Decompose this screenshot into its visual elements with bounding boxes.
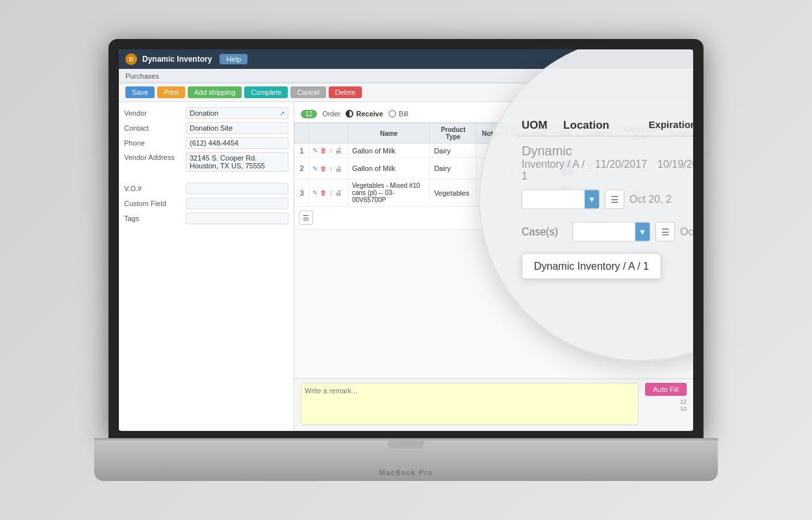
tags-label: Tags — [124, 214, 186, 222]
delete-row-icon[interactable]: 🗑 — [320, 164, 327, 173]
sub-nav: Purchases — [119, 69, 693, 83]
delete-row-icon[interactable]: 🗑 — [320, 146, 327, 155]
col-header-actions — [309, 124, 348, 144]
tab-bill[interactable]: Bill — [388, 110, 409, 118]
add-row-icon[interactable]: ☰ — [299, 211, 313, 225]
vendor-row: Vendor Donation ↗ — [124, 107, 288, 119]
table-row: 2 ✎ 🗑 ↕ 🖨 — [295, 158, 693, 179]
custom-field-row: Custom Field — [124, 198, 288, 209]
col-header-recv: Recei — [665, 124, 693, 144]
tab-receive[interactable]: Receive — [346, 110, 383, 118]
address-row: Vendor Address 32145 S. Cooper Rd. Houst… — [124, 152, 288, 172]
row-recv — [665, 144, 693, 158]
row-notes — [477, 144, 506, 158]
external-link-icon: ↗ — [279, 110, 285, 117]
row-expdate: Oct 20, 2 — [616, 179, 665, 207]
receive-tab-label: Receive — [356, 110, 383, 118]
row-num: 1 — [295, 144, 309, 158]
complete-button[interactable]: Complete — [244, 86, 288, 98]
contact-value: Donation Site — [190, 124, 233, 132]
print-button[interactable]: Print — [157, 86, 185, 98]
row-name: Vegetables - Mixed #10 cans (pl) -- 03-0… — [348, 179, 430, 207]
row-notes — [477, 158, 506, 179]
tags-row: Tags — [124, 213, 288, 224]
remark-textarea[interactable] — [301, 383, 639, 425]
row-product-type: Dairy — [430, 144, 477, 158]
col-header-notes: Notes — [477, 124, 506, 144]
tags-input[interactable] — [186, 213, 288, 224]
print-row-icon[interactable]: 🖨 — [335, 164, 342, 173]
address-line1: 32145 S. Cooper Rd. — [190, 154, 285, 162]
edit-icon[interactable]: ✎ — [312, 146, 318, 155]
row-product-type: Dairy — [430, 158, 477, 179]
col-header-locations: Location(s) — [505, 124, 552, 144]
print-row-icon[interactable]: 🖨 — [335, 146, 342, 155]
save-button[interactable]: Save — [125, 86, 155, 98]
order-badge: 12 — [301, 110, 317, 118]
laptop-brand-label: MacBook Pro — [379, 469, 433, 476]
phone-value: (612) 448-4454 — [190, 139, 238, 147]
row-num: 3 — [295, 179, 309, 207]
row-recv — [665, 179, 693, 207]
col-header-uom: UOM — [552, 124, 577, 144]
help-button[interactable]: Help — [220, 54, 247, 64]
row-num: 2 — [295, 158, 309, 179]
edit-icon[interactable]: ✎ — [312, 164, 318, 173]
row-expdate: Oct 20, 2 — [616, 158, 665, 179]
lines-button[interactable]: ☰ — [582, 186, 598, 200]
inventory-table: Name Product Type Notes Location(s) UOM … — [294, 123, 693, 229]
row-uom: ▼ — [552, 158, 577, 179]
delete-row-icon[interactable]: 🗑 — [320, 188, 327, 197]
app-name: Dynamic Inventory — [142, 55, 212, 64]
vendor-label: Vendor — [124, 109, 186, 117]
arrows-icon[interactable]: ↕ — [329, 146, 333, 155]
row-name: Gallon of Milk — [348, 158, 430, 179]
side-number-2: 10 — [680, 406, 687, 412]
add-shipping-button[interactable]: Add shipping — [188, 86, 242, 98]
custom-field-label: Custom Field — [124, 200, 186, 207]
row-uom — [552, 144, 577, 158]
row-location — [578, 144, 616, 158]
row-actions: ✎ 🗑 ↕ 🖨 — [309, 144, 348, 158]
vo-label: V.O.# — [124, 185, 186, 192]
table-row: 1 ✎ 🗑 ↕ 🖨 — [295, 144, 693, 158]
receive-radio-icon — [346, 110, 353, 118]
side-number-1: 12 — [680, 398, 687, 405]
col-header-expdate: Expiration Date — [616, 124, 665, 144]
bill-tab-label: Bill — [399, 110, 409, 118]
autofill-button[interactable]: Auto Fill — [645, 383, 687, 396]
left-panel: Vendor Donation ↗ Contact Donation Site — [119, 102, 294, 430]
cancel-button[interactable]: Cancel — [290, 86, 325, 98]
right-panel: 12 Order Receive Bill — [294, 102, 693, 430]
phone-row: Phone (612) 448-4454 — [124, 137, 288, 149]
arrows-icon[interactable]: ↕ — [329, 188, 333, 197]
bill-radio-icon — [388, 110, 396, 118]
row-actions: ✎ 🗑 ↕ 🖨 — [309, 158, 348, 179]
subnav-label: Purchases — [125, 72, 159, 80]
col-header-location: Location — [578, 124, 616, 144]
row-actions: ✎ 🗑 ↕ 🖨 — [309, 179, 348, 207]
col-header-product-type: Product Type — [430, 124, 477, 144]
vendor-value: Donation — [190, 109, 279, 117]
table-row: ☰ — [295, 207, 693, 229]
edit-icon[interactable]: ✎ — [312, 188, 318, 197]
lines-button[interactable]: ☰ — [582, 161, 598, 176]
custom-field-input[interactable] — [186, 198, 288, 209]
row-name: Gallon of Milk — [348, 144, 430, 158]
print-row-icon[interactable]: 🖨 — [335, 188, 342, 197]
row-location: ☰ — [578, 179, 616, 207]
contact-label: Contact — [124, 124, 186, 132]
tab-order[interactable]: Order — [322, 110, 340, 118]
app-logo: D — [125, 53, 137, 65]
address-line2: Houston, TX US, 75555 — [190, 162, 285, 170]
top-nav-bar: D Dynamic Inventory Help — [119, 49, 693, 69]
row-locations — [505, 179, 552, 207]
delete-button[interactable]: Delete — [329, 86, 362, 98]
tab-bar: 12 Order Receive Bill — [294, 102, 693, 123]
col-header-num — [295, 124, 309, 144]
vo-input[interactable] — [186, 183, 288, 194]
arrows-icon[interactable]: ↕ — [329, 164, 333, 173]
col-header-name: Name — [348, 124, 430, 144]
row-locations: 1 — [505, 158, 552, 179]
row-location: ☰ — [578, 158, 616, 179]
